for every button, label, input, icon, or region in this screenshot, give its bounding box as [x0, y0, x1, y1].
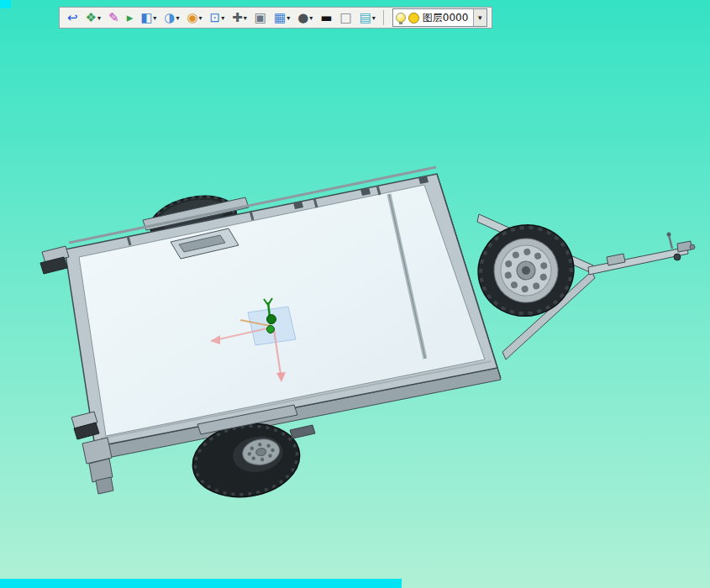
toolbar-separator: [383, 10, 384, 25]
blank-square-button[interactable]: □: [336, 8, 355, 27]
dropdown-arrow-icon[interactable]: ▾: [309, 14, 313, 22]
grid-table-icon: ▦: [274, 9, 286, 26]
viewport-frame-icon: ⊡: [210, 9, 221, 26]
shaded-view-icon: ◑: [164, 9, 175, 26]
blank-square-icon: □: [339, 9, 351, 26]
cad-application-window: { "colors": { "background_top": "#35e2c4…: [0, 0, 710, 588]
render-sphere-icon: ◉: [187, 9, 197, 26]
dropdown-arrow-icon[interactable]: ▾: [153, 14, 156, 22]
dropdown-arrow-icon[interactable]: ▾: [199, 14, 202, 22]
shaded-view-button[interactable]: ◑▾: [160, 8, 182, 27]
layers-icon: ▤: [360, 9, 371, 26]
suspension-block: [290, 425, 315, 438]
thick-line-icon: ▬: [320, 9, 332, 26]
move-view-button[interactable]: ✚▾: [229, 8, 250, 27]
back-arrow-button[interactable]: ↩: [64, 8, 82, 27]
thick-line-button[interactable]: ▬: [317, 8, 335, 27]
dropdown-arrow-icon[interactable]: ▾: [244, 14, 247, 22]
material-icon: ❖: [86, 9, 97, 26]
sketch-pencil-button[interactable]: ✎: [105, 8, 123, 27]
3d-viewport[interactable]: [0, 0, 710, 588]
window-icon: ▣: [255, 9, 266, 26]
dropdown-arrow-icon[interactable]: ▾: [97, 14, 101, 22]
layer-dropdown-button[interactable]: ▾: [473, 9, 486, 26]
back-arrow-icon: ↩: [67, 9, 78, 26]
layer-selector[interactable]: 图层0000 ▾: [392, 8, 487, 27]
viewport-frame-button[interactable]: ⊡▾: [207, 8, 229, 27]
bottom-taskbar-fragment: [0, 579, 402, 588]
layers-button[interactable]: ▤▾: [356, 8, 379, 27]
render-sphere-button[interactable]: ◉▾: [183, 8, 205, 27]
sketch-pencil-icon: ✎: [108, 9, 119, 26]
layer-color-swatch[interactable]: [408, 13, 419, 24]
dropdown-arrow-icon[interactable]: ▾: [176, 14, 179, 22]
dark-sphere-icon: ●: [297, 9, 308, 26]
layer-name: 图层0000: [422, 11, 473, 25]
layer-visibility-lightbulb-icon[interactable]: [396, 13, 406, 23]
dropdown-arrow-icon[interactable]: ▾: [372, 14, 376, 22]
solid-cube-button[interactable]: ◧▾: [137, 8, 160, 27]
fly-through-icon: ▸: [127, 9, 134, 26]
fly-through-button[interactable]: ▸: [124, 8, 137, 27]
window-button[interactable]: ▣: [251, 8, 270, 27]
main-toolbar: ↩❖▾✎▸◧▾◑▾◉▾⊡▾✚▾▣▦▾●▾▬□▤▾ 图层0000 ▾: [59, 7, 492, 29]
dark-sphere-button[interactable]: ●▾: [294, 8, 316, 27]
trailer-model[interactable]: [0, 0, 710, 588]
solid-cube-icon: ◧: [140, 9, 152, 26]
window-corner-artifact: [0, 0, 11, 8]
move-view-icon: ✚: [232, 9, 243, 26]
wheel-right[interactable]: [468, 214, 584, 327]
tow-tongue[interactable]: [588, 233, 695, 276]
dropdown-arrow-icon[interactable]: ▾: [287, 14, 290, 22]
dropdown-arrow-icon[interactable]: ▾: [221, 14, 224, 22]
toolbar-buttons: ↩❖▾✎▸◧▾◑▾◉▾⊡▾✚▾▣▦▾●▾▬□▤▾: [64, 8, 379, 27]
material-button[interactable]: ❖▾: [82, 8, 104, 27]
grid-table-button[interactable]: ▦▾: [271, 8, 293, 27]
